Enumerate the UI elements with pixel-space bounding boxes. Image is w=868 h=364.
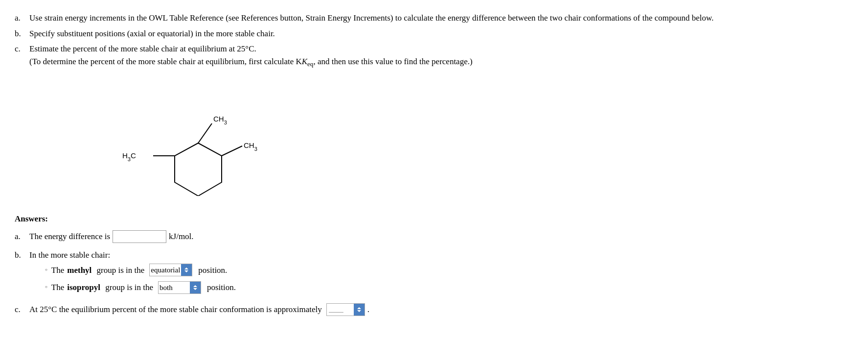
equilibrium-arrow-down-icon [357, 310, 361, 312]
answers-label: Answers: [15, 214, 853, 224]
answer-a-before: The energy difference is [29, 230, 110, 243]
answer-a: a. The energy difference is kJ/mol. [15, 230, 853, 243]
methyl-text-middle: group is in the [94, 264, 144, 277]
answer-b-text: In the more stable chair: ○ The methyl g… [29, 248, 236, 298]
equilibrium-input-wrap [326, 303, 365, 316]
isopropyl-text-after: position. [207, 281, 236, 294]
answer-b-letter: b. [15, 248, 25, 262]
equilibrium-arrow-up-icon [357, 307, 361, 309]
equilibrium-arrow-icon [354, 304, 365, 315]
isopropyl-item: ○ The isopropyl group is in the axial eq… [45, 281, 236, 294]
question-a: a. Use strain energy increments in the O… [15, 12, 853, 24]
molecule-svg: CH3 H3C CH3 [103, 83, 259, 196]
answer-b: b. In the more stable chair: ○ The methy… [15, 248, 853, 298]
h3c-label: H3C [122, 151, 136, 162]
equilibrium-percent-input[interactable] [327, 304, 354, 315]
answer-c-letter: c. [15, 303, 25, 316]
question-c-line1: Estimate the percent of the more stable … [29, 44, 256, 53]
isopropyl-text-middle: group is in the [103, 281, 153, 294]
arrow-down-icon [184, 270, 188, 272]
isopropyl-arrow-down-icon [193, 288, 197, 290]
methyl-text-after: position. [198, 264, 227, 277]
ch3-right-label: CH3 [244, 141, 257, 152]
question-list: a. Use strain energy increments in the O… [15, 12, 853, 69]
methyl-bold: methyl [67, 264, 91, 277]
answer-c-text: At 25°C the equilibrium percent of the m… [29, 303, 369, 316]
ch3-top-bond [198, 123, 212, 143]
question-c-line2: (To determine the percent of the more st… [29, 57, 473, 66]
ch3-top-label: CH3 [213, 115, 227, 125]
molecule-diagram: CH3 H3C CH3 [103, 83, 259, 198]
energy-difference-input[interactable] [113, 230, 166, 243]
bullet-isopropyl: ○ [45, 284, 47, 291]
substituent-list: ○ The methyl group is in the axial equat… [45, 264, 236, 298]
answer-a-letter: a. [15, 230, 25, 243]
ch3-right-bond [222, 146, 242, 156]
question-b-letter: b. [15, 27, 25, 40]
question-b-text: Specify substituent positions (axial or … [29, 27, 853, 40]
answer-a-text: The energy difference is kJ/mol. [29, 230, 194, 243]
arrow-up-icon [184, 267, 188, 269]
isopropyl-select-wrap: axial equatorial both [158, 281, 201, 294]
question-b: b. Specify substituent positions (axial … [15, 27, 853, 40]
answer-c: c. At 25°C the equilibrium percent of th… [15, 303, 853, 316]
isopropyl-arrow-up-icon [193, 285, 197, 287]
isopropyl-position-select[interactable]: axial equatorial both [159, 282, 190, 293]
methyl-text-before: The [51, 264, 64, 277]
methyl-select-arrow-icon [181, 264, 192, 276]
isopropyl-bold: isopropyl [67, 281, 100, 294]
isopropyl-select-arrow-icon [190, 282, 201, 293]
methyl-position-select[interactable]: axial equatorial both [150, 264, 181, 276]
methyl-item: ○ The methyl group is in the axial equat… [45, 264, 236, 277]
answer-c-after: . [367, 303, 369, 316]
question-c-letter: c. [15, 43, 25, 69]
isopropyl-text-before: The [51, 281, 64, 294]
bullet-methyl: ○ [45, 267, 47, 273]
answer-a-unit: kJ/mol. [169, 230, 194, 243]
question-c: c. Estimate the percent of the more stab… [15, 43, 853, 69]
question-a-letter: a. [15, 12, 25, 24]
methyl-select-wrap: axial equatorial both [149, 264, 192, 276]
answers-section: Answers: a. The energy difference is kJ/… [15, 214, 853, 316]
question-a-text: Use strain energy increments in the OWL … [29, 12, 853, 24]
question-c-text: Estimate the percent of the more stable … [29, 43, 853, 69]
answer-b-intro: In the more stable chair: [29, 248, 110, 262]
answer-c-before: At 25°C the equilibrium percent of the m… [29, 303, 322, 316]
cyclohexane-ring [175, 143, 222, 196]
